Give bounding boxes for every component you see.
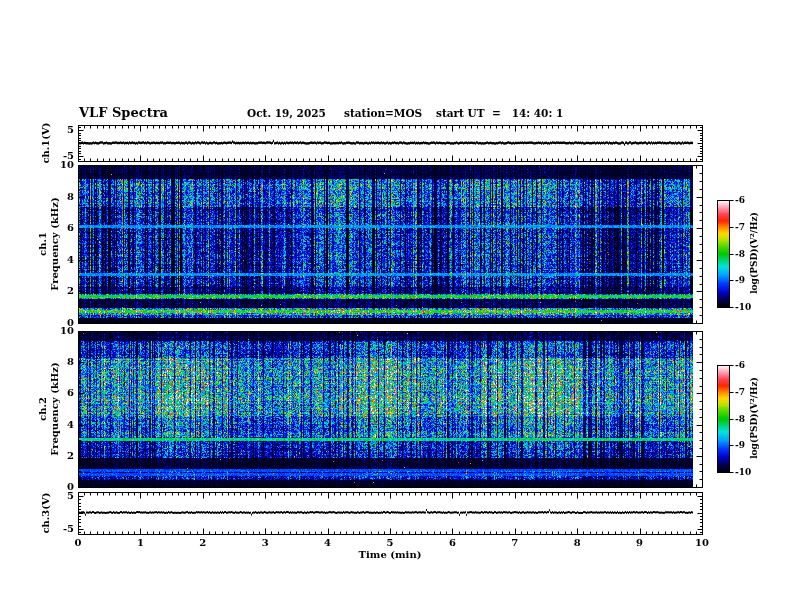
freq-tick-label: 6 [44, 388, 74, 398]
freq-tick-label: 10 [44, 160, 74, 170]
colorbar-tick-label: -10 [735, 303, 751, 312]
x-tick-label: 9 [636, 538, 643, 548]
freq-tick-label: 10 [44, 326, 74, 336]
freq-tick-label: 4 [44, 255, 74, 265]
colorbar-tick-label: -8 [735, 414, 745, 423]
colorbar-tick-label: -9 [735, 441, 745, 450]
x-tick-label: 8 [574, 538, 581, 548]
colorbar-tick-label: -9 [735, 276, 745, 285]
freq-tick-label: 8 [44, 192, 74, 202]
x-tick-label: 3 [262, 538, 269, 548]
voltage-tick-label: -5 [44, 151, 74, 161]
vlf-spectra-figure: VLF Spectra Oct. 19, 2025 station=MOS st… [0, 0, 792, 612]
x-tick-label: 6 [449, 538, 456, 548]
freq-tick-label: 2 [44, 451, 74, 461]
colorbar-tick-label: -6 [735, 196, 745, 205]
freq-tick-label: 8 [44, 357, 74, 367]
tick-labels-layer: 012345678910024681002468105-55-5-6-7-8-9… [0, 0, 792, 612]
x-tick-label: 10 [695, 538, 709, 548]
colorbar-tick-label: -6 [735, 361, 745, 370]
x-tick-label: 5 [387, 538, 394, 548]
voltage-tick-label: 5 [44, 125, 74, 135]
x-tick-label: 0 [75, 538, 82, 548]
x-tick-label: 2 [199, 538, 206, 548]
freq-tick-label: 4 [44, 420, 74, 430]
x-tick-label: 7 [511, 538, 518, 548]
freq-tick-label: 2 [44, 286, 74, 296]
voltage-tick-label: -5 [44, 524, 74, 534]
x-tick-label: 1 [137, 538, 144, 548]
voltage-tick-label: 5 [44, 491, 74, 501]
colorbar-tick-label: -7 [735, 222, 745, 231]
freq-tick-label: 6 [44, 223, 74, 233]
colorbar-tick-label: -10 [735, 468, 751, 477]
colorbar-tick-label: -8 [735, 249, 745, 258]
colorbar-tick-label: -7 [735, 387, 745, 396]
x-tick-label: 4 [324, 538, 331, 548]
